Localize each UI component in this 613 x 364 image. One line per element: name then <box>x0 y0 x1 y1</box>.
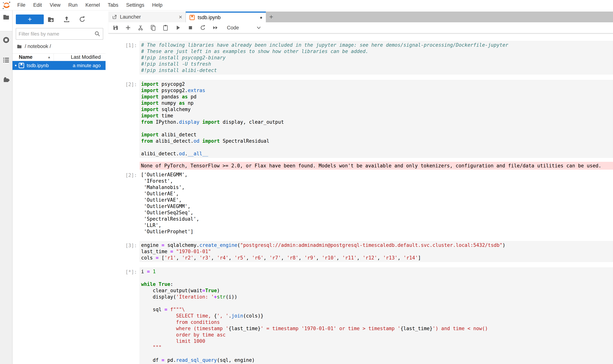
running-kernels-icon[interactable] <box>2 36 10 44</box>
file-browser-icon[interactable] <box>2 13 10 21</box>
new-launcher-button[interactable]: + <box>16 14 44 24</box>
menu-item[interactable]: View <box>46 2 64 8</box>
file-browser-toolbar: + <box>13 10 106 28</box>
menubar: FileEditViewRunKernelTabsSettingsHelp <box>14 0 166 10</box>
notebook-cell[interactable]: [*]:i = 1while True: clear_output(wait=T… <box>108 267 613 364</box>
filter-placeholder: Filter files by name <box>19 31 94 37</box>
notebook-cell[interactable]: [3]:engine = sqlalchemy.create_engine("p… <box>108 241 613 262</box>
upload-icon[interactable] <box>63 16 70 23</box>
unsaved-indicator-dot: • <box>15 63 17 68</box>
input-prompt: [3]: <box>108 241 140 262</box>
tab-notebook-active[interactable]: tsdb.ipynb ● <box>186 12 266 22</box>
jupyter-logo <box>2 1 11 10</box>
column-header-last-modified[interactable]: Last Modified <box>54 54 106 60</box>
notebook-cells: [1]:# The following libraries have alrea… <box>108 41 613 364</box>
file-filter-input[interactable]: Filter files by name <box>16 28 103 40</box>
tab-launcher[interactable]: Launcher × <box>108 12 186 22</box>
search-icon <box>94 31 100 37</box>
cut-cells-icon[interactable] <box>137 25 144 31</box>
code-editor[interactable]: i = 1while True: clear_output(wait=True)… <box>140 267 613 364</box>
tab-dirty-dot: ● <box>260 15 263 20</box>
file-list-header: Name ▲ Last Modified <box>13 53 106 61</box>
menu-item[interactable]: Edit <box>29 2 46 8</box>
file-name: tsdb.ipynb <box>27 63 49 68</box>
execute-result: ['OutlierAEGMM', 'IForest', 'Mahalanobis… <box>140 171 613 235</box>
output-prompt: [2]: <box>108 171 140 235</box>
panel-splitter[interactable] <box>106 10 108 364</box>
extensions-icon[interactable] <box>2 76 10 83</box>
stderr-output: None of PyTorch, TensorFlow >= 2.0, or F… <box>140 162 613 170</box>
code-editor[interactable]: import psycopg2import psycopg2.extrasimp… <box>140 80 613 158</box>
input-prompt: [*]: <box>108 267 140 364</box>
interrupt-kernel-icon[interactable] <box>187 25 194 31</box>
code-editor[interactable]: # The following libraries have already b… <box>140 41 613 74</box>
menu-item[interactable]: Run <box>64 2 82 8</box>
tab-label: Launcher <box>120 14 141 20</box>
main-area: Launcher × tsdb.ipynb ● + <box>108 10 613 364</box>
dock-tab-bar: Launcher × tsdb.ipynb ● + <box>108 12 613 22</box>
cell-type-select[interactable]: Code <box>227 25 239 31</box>
run-icon[interactable] <box>175 25 181 31</box>
restart-run-all-icon[interactable] <box>212 25 218 31</box>
table-of-contents-icon[interactable] <box>2 56 10 64</box>
file-browser-panel: + Filter files by name <box>13 10 106 364</box>
notebook-tab-icon <box>189 14 195 20</box>
add-cell-icon[interactable] <box>125 25 131 31</box>
notebook-cell[interactable]: [2]:import psycopg2import psycopg2.extra… <box>108 80 613 235</box>
menu-item[interactable]: Kernel <box>82 2 104 8</box>
breadcrumb-path: / notebook / <box>25 43 51 49</box>
home-folder-icon[interactable] <box>16 43 22 49</box>
tab-label: tsdb.ipynb <box>198 15 221 20</box>
restart-kernel-icon[interactable] <box>200 25 206 31</box>
menu-item[interactable]: File <box>14 2 29 8</box>
code-editor[interactable]: engine = sqlalchemy.create_engine("postg… <box>140 241 613 262</box>
refresh-icon[interactable] <box>79 16 86 23</box>
top-menu-bar: FileEditViewRunKernelTabsSettingsHelp <box>0 0 613 10</box>
input-prompt: [2]: <box>108 80 140 158</box>
notebook-toolbar: Code <box>108 22 613 33</box>
sort-ascending-icon: ▲ <box>47 55 51 59</box>
menu-item[interactable]: Tabs <box>104 2 122 8</box>
menu-item[interactable]: Settings <box>122 2 148 8</box>
menu-item[interactable]: Help <box>148 2 166 8</box>
launcher-icon <box>112 14 117 20</box>
notebook-file-icon <box>18 62 25 69</box>
activity-bar <box>0 10 13 364</box>
tab-close-icon[interactable]: × <box>179 13 182 20</box>
save-icon[interactable] <box>112 25 119 31</box>
input-prompt: [1]: <box>108 41 140 74</box>
notebook-cell[interactable]: [1]:# The following libraries have alrea… <box>108 41 613 74</box>
column-header-name[interactable]: Name ▲ <box>13 53 54 61</box>
new-folder-icon[interactable] <box>47 16 54 23</box>
file-modified-time: a minute ago <box>73 63 106 68</box>
copy-cells-icon[interactable] <box>150 25 156 31</box>
notebook-scroll-area[interactable]: [1]:# The following libraries have alrea… <box>108 33 613 364</box>
new-tab-button[interactable]: + <box>266 12 277 22</box>
output-prompt-empty <box>108 162 140 170</box>
breadcrumb[interactable]: / notebook / <box>13 43 106 50</box>
paste-cells-icon[interactable] <box>162 25 169 31</box>
chevron-down-icon[interactable] <box>256 25 261 30</box>
file-row-selected[interactable]: • tsdb.ipynb a minute ago <box>13 61 106 70</box>
